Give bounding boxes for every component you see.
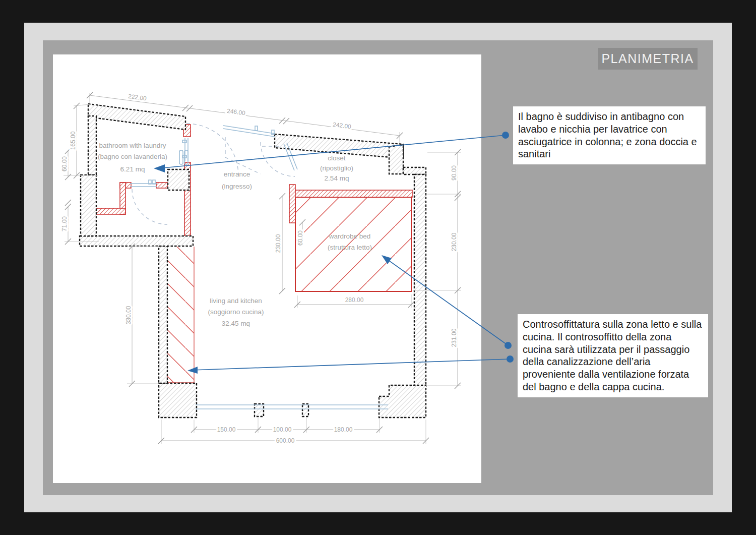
room-label-living-it: (soggiorno cucina): [208, 308, 264, 316]
dim-label: 330.00: [125, 306, 132, 324]
room-label-bathroom-it: (bagno con lavanderia): [98, 153, 167, 160]
dim-label: 600.00: [276, 437, 295, 444]
room-label-closet-it: (ripostiglio): [320, 164, 353, 172]
room-label-living-en: living and kitchen: [210, 297, 262, 305]
leader-dot: [502, 132, 509, 139]
room-label-closet-en: closet: [328, 154, 346, 162]
leader-dot: [507, 355, 514, 363]
dim-label: 100.00: [273, 426, 292, 433]
dim-label: 280.00: [345, 296, 364, 304]
dim-label: 60.00: [61, 156, 68, 171]
room-label-bathroom-en: bathroom with laundry: [99, 142, 166, 149]
leader-dot: [505, 342, 512, 349]
room-label-entrance-en: entrance: [224, 170, 250, 178]
room-label-closet-area: 2.54 mq: [325, 174, 349, 182]
dim-label: 165.00: [70, 131, 77, 150]
dim-label: 230.00: [451, 232, 458, 251]
room-label-wardrobe-en: wardrobe bed: [329, 232, 371, 240]
dim-label: 180.00: [334, 426, 353, 433]
floor-plan-drawing: 222.00 246.00 242.00 165.00 60.00 71.00 …: [0, 0, 756, 535]
dim-label: 60.00: [297, 230, 304, 246]
page-title: PLANIMETRIA: [598, 48, 698, 70]
kitchen-strip-hatch: [167, 247, 194, 383]
dim-label: 230.00: [275, 234, 282, 253]
dim-label: 231.00: [451, 328, 458, 347]
annotation-ceiling-note: Controsoffittatura sulla zona letto e su…: [518, 314, 708, 397]
dim-label: 90.00: [451, 165, 458, 181]
dim-label: 71.00: [61, 216, 68, 231]
room-label-wardrobe-it: (struttura letto): [328, 244, 372, 251]
room-label-entrance-it: (ingresso): [222, 183, 252, 190]
room-label-living-area: 32.45 mq: [222, 320, 250, 327]
annotation-bathroom-note: Il bagno è suddiviso in antibagno con la…: [513, 106, 706, 164]
room-label-bathroom-area: 6.21 mq: [120, 165, 145, 173]
dim-label: 150.00: [217, 426, 236, 433]
